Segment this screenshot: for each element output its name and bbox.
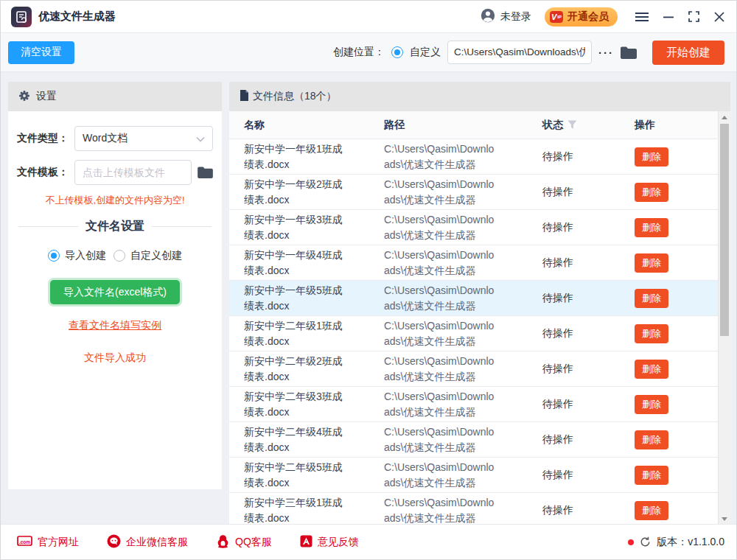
cell-path: C:\Users\Qasim\Downloads\优速文件生成器 xyxy=(384,212,542,243)
table-row[interactable]: 新安中学三年级1班成绩表.docx C:\Users\Qasim\Downloa… xyxy=(229,493,718,524)
table-row[interactable]: 新安中学二年级5班成绩表.docx C:\Users\Qasim\Downloa… xyxy=(229,458,718,493)
file-type-value: Word文档 xyxy=(83,132,128,145)
output-path-input[interactable] xyxy=(447,41,592,64)
cell-path: C:\Users\Qasim\Downloads\优速文件生成器 xyxy=(384,495,542,525)
vip-button-label: 开通会员 xyxy=(567,10,609,24)
vip-button[interactable]: VIP 开通会员 xyxy=(545,7,618,27)
toolbar: 清空设置 创建位置： 自定义 ··· 开始创建 xyxy=(1,33,736,72)
import-create-radio-circle[interactable] xyxy=(48,250,60,262)
import-success-text: 文件导入成功 xyxy=(17,351,213,365)
qq-support-link[interactable]: QQ客服 xyxy=(216,534,272,550)
cell-path: C:\Users\Qasim\Downloads\优速文件生成器 xyxy=(384,177,542,208)
custom-create-label: 自定义创建 xyxy=(130,249,182,262)
official-site-link[interactable]: .com 官方网址 xyxy=(17,535,79,549)
table-row[interactable]: 新安中学一年级3班成绩表.docx C:\Users\Qasim\Downloa… xyxy=(229,210,718,245)
cell-status: 待操作 xyxy=(542,255,573,270)
scroll-down-arrow[interactable] xyxy=(719,514,730,524)
svg-text:.com: .com xyxy=(19,539,30,545)
import-create-label: 导入创建 xyxy=(65,249,106,262)
login-status-label: 未登录 xyxy=(500,10,531,24)
table-row[interactable]: 新安中学二年级1班成绩表.docx C:\Users\Qasim\Downloa… xyxy=(229,316,718,351)
browse-folder-icon[interactable] xyxy=(621,46,637,59)
delete-button[interactable]: 删除 xyxy=(635,395,668,414)
file-table: 名称 路径 状态 操作 新安中学一年级1班成绩表.docx C:\Users\Q… xyxy=(229,111,730,524)
clear-settings-button[interactable]: 清空设置 xyxy=(8,41,74,64)
delete-button[interactable]: 删除 xyxy=(635,501,668,520)
filter-icon[interactable] xyxy=(567,119,577,131)
close-icon[interactable] xyxy=(714,12,724,22)
scroll-up-arrow[interactable] xyxy=(719,112,730,123)
column-header-name: 名称 xyxy=(244,119,384,132)
cell-name: 新安中学一年级2班成绩表.docx xyxy=(244,177,384,208)
cell-path: C:\Users\Qasim\Downloads\优速文件生成器 xyxy=(384,460,542,491)
feedback-link[interactable]: 意见反馈 xyxy=(300,535,359,550)
template-upload-input[interactable] xyxy=(74,160,192,185)
delete-button[interactable]: 删除 xyxy=(635,183,668,202)
wechat-support-link[interactable]: 企业微信客服 xyxy=(107,534,188,550)
delete-button[interactable]: 删除 xyxy=(635,466,668,485)
custom-create-radio-circle[interactable] xyxy=(113,250,125,262)
cell-name: 新安中学一年级1班成绩表.docx xyxy=(244,141,384,172)
cell-status: 待操作 xyxy=(542,503,573,518)
footer: .com 官方网址 企业微信客服 xyxy=(1,524,736,559)
delete-button[interactable]: 删除 xyxy=(635,360,668,379)
gear-icon xyxy=(18,90,30,104)
settings-panel-title: 设置 xyxy=(36,90,57,103)
column-header-action: 操作 xyxy=(635,119,718,132)
template-warning-text: 不上传模板,创建的文件内容为空! xyxy=(17,194,213,207)
avatar-icon xyxy=(481,8,495,25)
titlebar: 优速文件生成器 未登录 VIP 开通会员 xyxy=(1,1,736,33)
start-create-button[interactable]: 开始创建 xyxy=(652,41,724,65)
app-window: 优速文件生成器 未登录 VIP 开通会员 xyxy=(0,0,737,560)
delete-button[interactable]: 删除 xyxy=(635,289,668,308)
table-row[interactable]: 新安中学一年级2班成绩表.docx C:\Users\Qasim\Downloa… xyxy=(229,175,718,210)
custom-location-radio[interactable] xyxy=(391,46,403,58)
version-label: 版本：v1.1.0.0 xyxy=(657,536,724,549)
cell-status: 待操作 xyxy=(542,467,573,483)
template-folder-icon[interactable] xyxy=(198,167,213,178)
menu-icon[interactable] xyxy=(635,12,649,22)
cell-status: 待操作 xyxy=(542,396,573,412)
table-body: 新安中学一年级1班成绩表.docx C:\Users\Qasim\Downloa… xyxy=(229,139,730,524)
delete-button[interactable]: 删除 xyxy=(635,147,668,167)
scrollbar-thumb[interactable] xyxy=(720,124,729,336)
filename-section-title: 文件名设置 xyxy=(18,219,212,234)
maximize-icon[interactable] xyxy=(688,11,699,22)
user-login[interactable]: 未登录 xyxy=(481,8,531,25)
refresh-icon[interactable] xyxy=(640,536,651,547)
app-logo-icon xyxy=(11,7,32,27)
table-row[interactable]: 新安中学二年级3班成绩表.docx C:\Users\Qasim\Downloa… xyxy=(229,387,718,422)
cell-name: 新安中学二年级4班成绩表.docx xyxy=(244,424,384,455)
delete-button[interactable]: 删除 xyxy=(635,324,668,343)
table-row[interactable]: 新安中学二年级2班成绩表.docx C:\Users\Qasim\Downloa… xyxy=(229,351,718,387)
column-header-path: 路径 xyxy=(384,119,542,132)
cell-name: 新安中学二年级2班成绩表.docx xyxy=(244,354,384,385)
content-area: 设置 文件类型： Word文档 文件模板： xyxy=(1,72,736,524)
import-filename-button[interactable]: 导入文件名(excel格式) xyxy=(50,280,180,304)
delete-button[interactable]: 删除 xyxy=(635,430,668,449)
cell-path: C:\Users\Qasim\Downloads\优速文件生成器 xyxy=(384,141,542,172)
table-row[interactable]: 新安中学一年级4班成绩表.docx C:\Users\Qasim\Downloa… xyxy=(229,245,718,281)
table-row[interactable]: 新安中学一年级1班成绩表.docx C:\Users\Qasim\Downloa… xyxy=(229,139,718,175)
cell-status: 待操作 xyxy=(542,361,573,377)
minimize-icon[interactable] xyxy=(663,12,674,22)
file-type-select[interactable]: Word文档 xyxy=(74,126,213,151)
table-row[interactable]: 新安中学二年级4班成绩表.docx C:\Users\Qasim\Downloa… xyxy=(229,422,718,458)
delete-button[interactable]: 删除 xyxy=(635,253,668,273)
column-header-status[interactable]: 状态 xyxy=(542,119,635,132)
chevron-down-icon xyxy=(196,133,205,144)
cell-name: 新安中学一年级4班成绩表.docx xyxy=(244,248,384,279)
cell-path: C:\Users\Qasim\Downloads\优速文件生成器 xyxy=(384,248,542,279)
filename-example-link[interactable]: 查看文件名填写实例 xyxy=(17,319,213,332)
delete-button[interactable]: 删除 xyxy=(635,218,668,237)
vip-icon: VIP xyxy=(550,11,563,23)
table-row[interactable]: 新安中学一年级5班成绩表.docx C:\Users\Qasim\Downloa… xyxy=(229,281,718,316)
cell-name: 新安中学二年级5班成绩表.docx xyxy=(244,460,384,491)
table-header-row: 名称 路径 状态 操作 xyxy=(229,111,718,139)
more-options-button[interactable]: ··· xyxy=(598,46,614,59)
import-create-radio[interactable]: 导入创建 xyxy=(48,249,106,262)
com-icon: .com xyxy=(17,535,32,549)
settings-panel-header: 设置 xyxy=(8,82,222,111)
custom-create-radio[interactable]: 自定义创建 xyxy=(113,249,182,262)
table-scrollbar[interactable] xyxy=(718,111,730,524)
